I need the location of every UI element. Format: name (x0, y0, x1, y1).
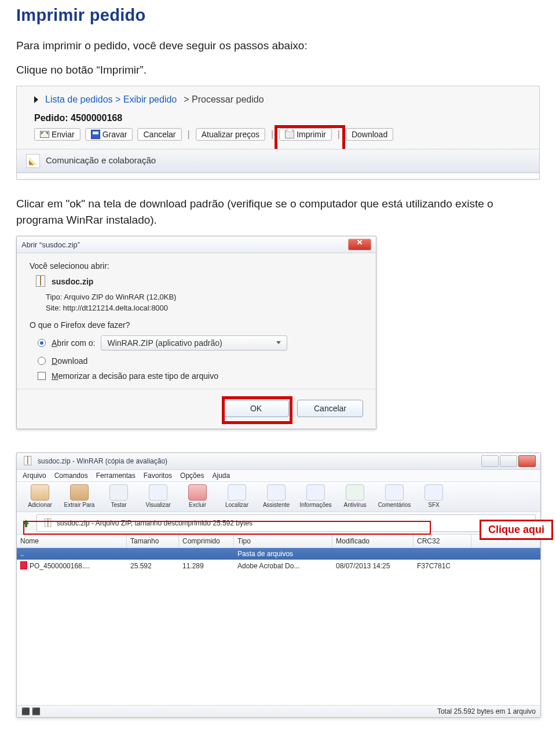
path-text: susdoc.zip - Arquivo ZIP, tamanho descom… (57, 519, 253, 527)
mail-icon (40, 131, 49, 138)
printer-icon (285, 130, 294, 138)
download-button[interactable]: Download (346, 128, 393, 141)
dialog-type: Tipo: Arquivo ZIP do WinRAR (12,0KB) (46, 293, 363, 301)
column-headers[interactable]: Nome Tamanho Comprimido Tipo Modificado … (17, 535, 540, 548)
tool-comments[interactable]: Comentários (376, 484, 413, 508)
open-with-label: Abrir com o: (52, 338, 95, 348)
tool-delete[interactable]: Excluir (179, 484, 216, 508)
tool-info[interactable]: Informações (297, 484, 334, 508)
up-arrow-icon[interactable] (21, 518, 32, 528)
update-prices-button[interactable]: Atualizar preços (196, 128, 265, 141)
open-with-row[interactable]: Abrir com o: WinRAR.ZIP (aplicativo padr… (38, 335, 363, 350)
menu-item[interactable]: Ferramentas (96, 472, 136, 480)
info-icon (306, 484, 325, 501)
table-row-file[interactable]: PO_4500000168.... 25.592 11.289 Adobe Ac… (17, 560, 540, 572)
comments-icon (385, 484, 404, 501)
antivirus-icon (346, 484, 364, 501)
status-right: Total 25.592 bytes em 1 arquivo (437, 707, 536, 715)
separator: | (186, 129, 191, 140)
status-bar: ⬛ ⬛ Total 25.592 bytes em 1 arquivo (17, 705, 540, 717)
disk-icon (91, 130, 100, 139)
minimize-button[interactable] (481, 455, 499, 467)
cell-size: 25.592 (127, 560, 179, 572)
print-button[interactable]: Imprimir (279, 128, 332, 141)
order-number: Pedido: 4500000168 (17, 109, 539, 128)
find-icon (228, 484, 246, 501)
cell-date: 08/07/2013 14:25 (332, 560, 414, 572)
download-row[interactable]: Download (38, 356, 363, 366)
tool-antivirus[interactable]: Antivírus (336, 484, 374, 508)
tool-find[interactable]: Localizar (218, 484, 255, 508)
radio-selected-icon[interactable] (38, 339, 46, 347)
page-title: Imprimir pedido (16, 6, 540, 25)
col-packed[interactable]: Comprimido (179, 535, 234, 547)
col-name[interactable]: Nome (17, 535, 127, 547)
body-text-2: Clicar em "ok" na tela de download padrã… (16, 196, 540, 228)
breadcrumb-current: > Processar pedido (184, 94, 264, 105)
communication-label: Comunicação e colaboração (46, 155, 156, 165)
menu-item[interactable]: Favoritos (144, 472, 172, 480)
window-controls (481, 455, 536, 467)
cell-type: Adobe Acrobat Do... (234, 560, 332, 572)
maximize-button[interactable] (500, 455, 517, 467)
screenshot-toolbar: Lista de pedidos > Exibir pedido > Proce… (16, 86, 540, 180)
status-left: ⬛ ⬛ (21, 707, 41, 715)
zip-icon (23, 456, 32, 466)
menu-item[interactable]: Opções (180, 472, 204, 480)
menu-item[interactable]: Comandos (54, 472, 88, 480)
tool-test[interactable]: Testar (100, 484, 137, 508)
winrar-title-text: susdoc.zip - WinRAR (cópia de avaliação) (38, 457, 167, 465)
dialog-file: susdoc.zip (34, 275, 363, 288)
col-date[interactable]: Modificado (332, 535, 414, 547)
menu-item[interactable]: Ajuda (212, 472, 230, 480)
dialog-titlebar: Abrir “susdoc.zip” (17, 236, 376, 253)
col-type[interactable]: Tipo (234, 535, 332, 547)
table-row-folder[interactable]: .. Pasta de arquivos (17, 548, 540, 560)
tool-extract[interactable]: Extrair Para (61, 484, 98, 508)
checkbox-icon[interactable] (38, 372, 46, 380)
tool-wizard[interactable]: Assistente (258, 484, 295, 508)
toolbar: Adicionar Extrair Para Testar Visualizar… (17, 482, 540, 512)
cell-packed: 11.289 (179, 560, 234, 572)
add-icon (31, 484, 49, 501)
menu-item[interactable]: Arquivo (23, 472, 46, 480)
path-bar: susdoc.zip - Arquivo ZIP, tamanho descom… (17, 512, 540, 535)
breadcrumb: Lista de pedidos > Exibir pedido > Proce… (17, 94, 539, 109)
open-with-select[interactable]: WinRAR.ZIP (aplicativo padrão) (101, 335, 287, 350)
wizard-icon (267, 484, 286, 501)
zip-icon (43, 518, 52, 527)
close-button[interactable] (518, 455, 536, 467)
send-button-label: Enviar (52, 130, 75, 139)
cancel-button[interactable]: Cancelar (137, 128, 181, 141)
tool-sfx[interactable]: SFX (415, 484, 452, 508)
screenshot-winrar: susdoc.zip - WinRAR (cópia de avaliação)… (16, 452, 540, 718)
cell-type: Pasta de arquivos (234, 548, 332, 560)
tool-add[interactable]: Adicionar (21, 484, 58, 508)
path-box[interactable]: susdoc.zip - Arquivo ZIP, tamanho descom… (36, 514, 536, 532)
save-button[interactable]: Gravar (85, 128, 133, 141)
cancel-button[interactable]: Cancelar (297, 400, 363, 417)
cell-name: PO_4500000168.... (17, 560, 127, 572)
sfx-icon (425, 484, 443, 501)
col-crc[interactable]: CRC32 (414, 535, 471, 547)
download-label: Download (52, 356, 87, 366)
dialog-site: Site: http://dt121214.delta.local:8000 (46, 304, 363, 312)
separator: | (270, 129, 275, 140)
ok-button[interactable]: OK (223, 400, 289, 417)
breadcrumb-link[interactable]: Lista de pedidos > Exibir pedido (45, 94, 177, 105)
remember-row[interactable]: Memorizar a decisão para este tipo de ar… (38, 371, 363, 381)
radio-icon[interactable] (38, 357, 46, 365)
click-here-callout: Clique aqui (480, 520, 553, 540)
divider (17, 173, 539, 179)
col-size[interactable]: Tamanho (127, 535, 179, 547)
close-icon[interactable] (348, 239, 371, 250)
remember-label: Memorizar a decisão para este tipo de ar… (52, 371, 218, 381)
intro-text-1: Para imprimir o pedido, você deve seguir… (16, 38, 540, 54)
send-button[interactable]: Enviar (34, 128, 81, 141)
pencil-icon (26, 154, 40, 168)
tool-view[interactable]: Visualizar (140, 484, 177, 508)
screenshot-dialog: Abrir “susdoc.zip” Você selecionou abrir… (16, 236, 540, 429)
communication-bar[interactable]: Comunicação e colaboração (17, 149, 539, 173)
winrar-titlebar: susdoc.zip - WinRAR (cópia de avaliação) (17, 453, 540, 470)
file-list-empty (17, 572, 540, 705)
